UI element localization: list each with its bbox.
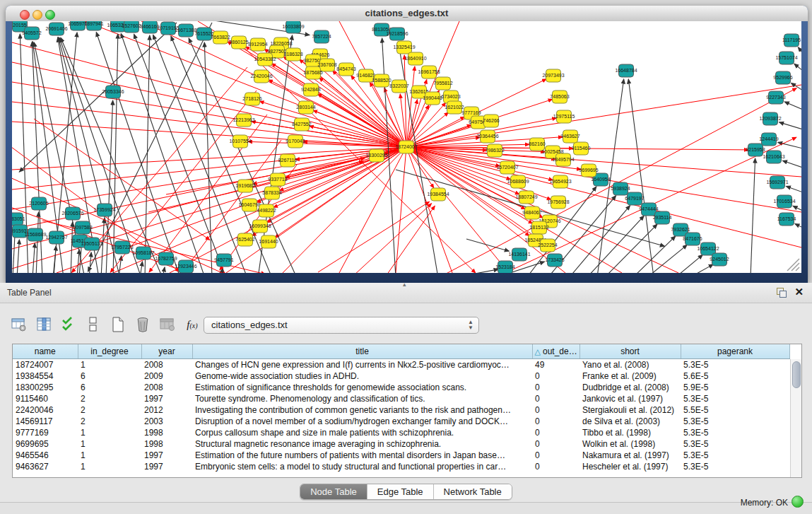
column-header-out_de[interactable]: △out_de… xyxy=(532,344,579,359)
network-node[interactable]: 17016534 xyxy=(773,195,795,208)
table-cell[interactable]: 1 xyxy=(78,359,141,371)
table-cell[interactable]: 9777169 xyxy=(13,427,78,438)
table-cell[interactable]: 1997 xyxy=(141,450,192,461)
new-table-icon[interactable] xyxy=(109,315,127,334)
network-node[interactable]: 9227343 xyxy=(766,91,785,104)
table-cell[interactable]: 2 xyxy=(78,416,141,427)
table-cell[interactable]: 5.3E-5 xyxy=(681,450,789,461)
table-row[interactable]: 946362711997Embryonic stem cells: a mode… xyxy=(13,461,789,472)
table-cell[interactable]: 1 xyxy=(78,438,141,450)
network-window-titlebar[interactable]: citations_edges.txt xyxy=(6,6,808,22)
show-columns-icon[interactable] xyxy=(35,315,53,334)
network-node[interactable]: 9860125 xyxy=(229,36,248,49)
table-cell[interactable]: Nakamura et al. (1997) xyxy=(579,450,681,461)
network-node[interactable]: 20053346 xyxy=(102,86,124,98)
delete-column-disabled-icon[interactable] xyxy=(158,315,177,334)
network-node[interactable]: 8186328 xyxy=(283,48,302,61)
table-cell[interactable]: 1 xyxy=(78,450,141,461)
network-node[interactable]: 9457791 xyxy=(214,254,233,267)
table-cell[interactable]: 1997 xyxy=(141,393,192,404)
table-cell[interactable]: 0 xyxy=(532,416,579,427)
table-cell[interactable]: 5.9E-5 xyxy=(681,382,789,393)
table-cell[interactable]: 5.5E-5 xyxy=(681,404,789,416)
table-cell[interactable]: 0 xyxy=(532,450,579,461)
table-cell[interactable]: 0 xyxy=(532,438,579,450)
table-cell[interactable]: 1 xyxy=(78,427,141,438)
tab-node-table[interactable]: Node Table xyxy=(300,484,367,499)
network-node[interactable]: 1244419 xyxy=(759,133,778,146)
network-node[interactable]: 1588520 xyxy=(372,74,391,87)
table-cell[interactable]: 49 xyxy=(532,359,579,371)
table-cell[interactable]: 5.6E-5 xyxy=(681,370,789,382)
unselect-all-icon[interactable] xyxy=(84,315,102,334)
network-node[interactable]: 7625402 xyxy=(235,233,254,246)
table-cell[interactable]: 5.3E-5 xyxy=(681,416,789,427)
table-cell[interactable]: 0 xyxy=(532,404,579,416)
table-cell[interactable]: 1998 xyxy=(141,438,192,450)
network-node[interactable]: 9245012 xyxy=(710,253,729,266)
network-node[interactable]: 7857224 xyxy=(312,30,331,43)
network-node[interactable]: 2803144 xyxy=(296,101,315,114)
table-cell[interactable]: 6 xyxy=(78,370,141,382)
network-node[interactable]: 2935114 xyxy=(653,211,672,224)
network-node[interactable]: 1167534 xyxy=(777,213,796,226)
network-node[interactable]: 1117195 xyxy=(782,34,801,47)
network-node[interactable]: 2522254 xyxy=(538,239,557,252)
table-cell[interactable]: 2008 xyxy=(141,359,192,371)
network-node[interactable]: 9337713 xyxy=(268,173,287,186)
table-cell[interactable]: Dudbridge et al. (2008) xyxy=(579,382,681,393)
network-node[interactable]: 8454743 xyxy=(336,63,355,76)
network-node[interactable]: 1527602 xyxy=(122,21,141,33)
table-cell[interactable]: 9465546 xyxy=(13,450,78,461)
network-node[interactable]: 8471676 xyxy=(683,233,702,245)
network-node[interactable]: 19384554 xyxy=(427,188,449,201)
network-node[interactable]: 4498222 xyxy=(257,204,276,217)
network-node[interactable]: 8427552 xyxy=(292,118,311,131)
network-node[interactable]: 8322037 xyxy=(389,80,408,93)
column-header-short[interactable]: short xyxy=(579,344,681,359)
table-cell[interactable]: Yano et al. (2008) xyxy=(579,359,681,371)
attribute-batch-icon[interactable] xyxy=(10,315,28,334)
select-all-icon[interactable] xyxy=(59,315,78,334)
table-cell[interactable]: Hescheler et al. (1997) xyxy=(579,461,681,472)
network-node[interactable]: 9097588 xyxy=(73,221,92,234)
table-row[interactable]: 969969511998Structural magnetic resonanc… xyxy=(13,438,789,450)
network-node[interactable]: 15720407 xyxy=(496,161,518,174)
network-node[interactable]: 1875685 xyxy=(303,66,322,79)
network-node[interactable]: 9242848 xyxy=(301,83,320,96)
network-node[interactable]: 8215958 xyxy=(746,144,765,156)
table-cell[interactable]: 2003 xyxy=(141,416,192,427)
table-cell[interactable]: Tourette syndrome. Phenomenology and cla… xyxy=(192,393,532,404)
network-node[interactable]: 16961758 xyxy=(418,66,440,78)
network-canvas[interactable]: 2015594055722069140610659761897941106532… xyxy=(12,21,801,273)
table-cell[interactable]: 5.3E-5 xyxy=(681,427,789,438)
network-node[interactable]: 1815132 xyxy=(529,221,548,234)
table-cell[interactable]: 2008 xyxy=(141,382,192,393)
network-node[interactable]: 15751074 xyxy=(775,52,797,64)
network-node[interactable]: 10958187 xyxy=(132,247,154,259)
table-cell[interactable]: 18300295 xyxy=(13,382,78,393)
tab-network-table[interactable]: Network Table xyxy=(434,484,512,499)
network-node[interactable]: 18640910 xyxy=(404,52,426,65)
network-node[interactable]: 9463627 xyxy=(560,130,579,143)
table-row[interactable]: 1456911722003Disruption of a novel membe… xyxy=(13,416,789,427)
network-node[interactable]: 19756928 xyxy=(547,196,569,209)
table-cell[interactable]: 1 xyxy=(78,461,141,472)
table-cell[interactable]: Investigating the contribution of common… xyxy=(192,404,532,416)
network-node[interactable]: 2718126 xyxy=(242,93,261,105)
table-cell[interactable]: 9699695 xyxy=(13,438,78,450)
table-cell[interactable]: 0 xyxy=(532,427,579,438)
table-cell[interactable]: 5.3E-5 xyxy=(681,359,789,371)
network-node[interactable]: 1897941 xyxy=(84,21,103,30)
table-cell[interactable]: 2009 xyxy=(141,370,192,382)
network-node[interactable]: 12942757 xyxy=(45,231,67,244)
network-node[interactable]: 16782759 xyxy=(155,252,177,265)
network-node[interactable]: 9405572 xyxy=(22,27,41,40)
table-cell[interactable]: Tibbo et al. (1998) xyxy=(579,427,681,438)
table-cell[interactable]: 9463627 xyxy=(13,461,78,472)
network-node[interactable]: 7955812 xyxy=(433,77,452,90)
table-cell[interactable]: Estimation of the future numbers of pati… xyxy=(192,450,532,461)
network-node[interactable]: 9170043 xyxy=(286,135,305,148)
close-panel-icon[interactable]: ✕ xyxy=(794,286,804,298)
column-header-title[interactable]: title xyxy=(192,344,532,359)
